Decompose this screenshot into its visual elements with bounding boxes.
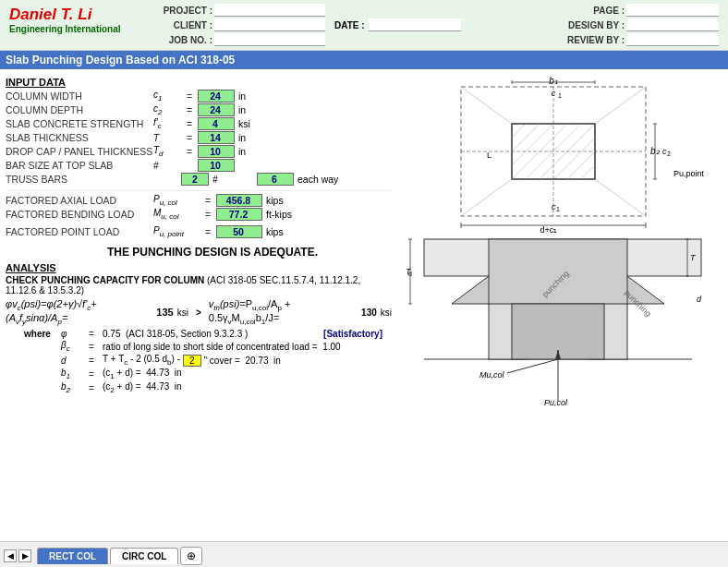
slab-thickness-sym: T	[153, 133, 181, 143]
factored-bending-label: FACTORED BENDING LOAD	[6, 209, 153, 220]
project-label: PROJECT :	[157, 6, 212, 16]
svg-line-16	[461, 87, 512, 124]
slab-thickness-label: SLAB THICKNESS	[6, 132, 153, 143]
dropcap-value[interactable]: 10	[198, 145, 235, 158]
tab-rect-col[interactable]: RECT COL	[37, 548, 108, 564]
date-value[interactable]	[369, 18, 461, 31]
factored-axial-value: 456.8	[216, 194, 262, 207]
truss-extra-val[interactable]: 2	[181, 173, 209, 186]
d-yellow-val[interactable]: 2	[183, 355, 201, 367]
reviewby-label: REVIEW BY :	[567, 35, 625, 45]
trussbars-row: TRUSS BARS 2 # 6 each way	[6, 173, 392, 186]
designby-value[interactable]	[626, 18, 719, 31]
dropcap-sym: Td	[153, 145, 181, 158]
jobno-value[interactable]	[214, 33, 325, 46]
b2-row: b2 = (c2 + d) = 44.73 in	[24, 381, 392, 394]
date-section: DATE :	[325, 0, 470, 50]
svg-text:1: 1	[558, 92, 562, 99]
dropcap-row: DROP CAP / PANEL THICKNESS Td = 10 in	[6, 145, 392, 158]
column-depth-row: COLUMN DEPTH c2 = 24 in	[6, 103, 392, 116]
svg-text:d: d	[408, 271, 412, 277]
project-row: PROJECT :	[157, 4, 325, 17]
structural-diagram: b₁ b₂ c 1 c 2	[406, 73, 720, 424]
svg-line-26	[553, 138, 595, 179]
factored-axial-row: FACTORED AXIAL LOAD Pu, col = 456.8 kips	[6, 194, 392, 207]
slab-concrete-row: SLAB CONCRETE STRENGTH f'c = 4 ksi	[6, 117, 392, 130]
beta-row: βc = ratio of long side to short side of…	[24, 340, 392, 353]
phi-vc-formula: φvc(psi)=φ(2+γ)√f'c+(Avfysinα)/Ap=	[6, 298, 152, 326]
logo-sub: Engineering International	[9, 24, 148, 34]
header: Daniel T. Li Engineering International P…	[0, 0, 728, 51]
factored-point-sym: Pu, point	[153, 225, 200, 238]
page-value[interactable]	[626, 4, 719, 17]
dropcap-label: DROP CAP / PANEL THICKNESS	[6, 146, 153, 157]
nav-arrows: ◀ ▶	[4, 549, 31, 562]
svg-line-58	[507, 359, 558, 373]
page-label: PAGE :	[569, 6, 625, 16]
col-width-value[interactable]: 24	[198, 90, 235, 103]
formula-row: φvc(psi)=φ(2+γ)√f'c+(Avfysinα)/Ap= 135 k…	[6, 298, 392, 326]
where-section: where φ = 0.75 (ACI 318-05, Section 9.3.…	[24, 329, 392, 394]
phi-val: 0.75 (ACI 318-05, Section 9.3.2.3 )	[103, 329, 248, 339]
d-cover: " cover = 20.73 in	[201, 356, 281, 366]
analysis-header: ANALYSIS	[6, 262, 392, 273]
left-panel: INPUT DATA COLUMN WIDTH c1 = 24 in COLUM…	[0, 69, 397, 541]
project-value[interactable]	[214, 4, 325, 17]
svg-line-28	[581, 165, 595, 179]
trussbars-label: TRUSS BARS	[6, 174, 153, 185]
tab-circ-col[interactable]: CIRC COL	[110, 548, 178, 564]
svg-text:c: c	[552, 89, 556, 98]
header-right-fields: PAGE : DESIGN BY : REVIEW BY :	[558, 0, 728, 50]
svg-line-17	[595, 87, 646, 124]
factored-point-value: 50	[216, 225, 262, 238]
slab-concrete-sym: f'c	[153, 117, 181, 130]
content-area: INPUT DATA COLUMN WIDTH c1 = 24 in COLUM…	[0, 69, 728, 541]
vth-result: 130	[361, 308, 377, 318]
slab-thickness-value[interactable]: 14	[198, 131, 235, 144]
phi-row: where φ = 0.75 (ACI 318-05, Section 9.3.…	[24, 329, 392, 339]
barsize-label: BAR SIZE AT TOP SLAB	[6, 160, 153, 171]
column-width-row: COLUMN WIDTH c1 = 24 in	[6, 90, 392, 103]
svg-text:d: d	[697, 295, 702, 304]
svg-line-18	[461, 179, 512, 216]
factored-point-row: FACTORED POINT LOAD Pu, point = 50 kips	[6, 225, 392, 238]
slab-concrete-value[interactable]: 4	[198, 117, 235, 130]
column-depth-label: COLUMN DEPTH	[6, 104, 153, 115]
designby-row: DESIGN BY :	[567, 18, 719, 31]
tab-add-button[interactable]: ⊕	[180, 547, 202, 565]
adequate-text: THE PUNCHING DESIGN IS ADEQUATE.	[33, 246, 392, 259]
vth-unit: ksi	[381, 308, 392, 318]
right-panel: b₁ b₂ c 1 c 2	[397, 69, 728, 541]
barsize-row: BAR SIZE AT TOP SLAB # 10	[6, 159, 392, 172]
factored-point-label: FACTORED POINT LOAD	[6, 226, 153, 237]
barsize-value: 10	[198, 159, 235, 172]
reviewby-value[interactable]	[626, 33, 719, 46]
nav-right[interactable]: ▶	[18, 549, 31, 562]
svg-text:1: 1	[556, 206, 560, 212]
nav-left[interactable]: ◀	[4, 549, 17, 562]
trussbars-value: 6	[257, 173, 294, 186]
vth-formula: vth(psi)=Pu,col/Ap + 0.5γvMu,colb1/J=	[209, 298, 358, 326]
phi-vc-unit: ksi	[177, 308, 188, 318]
factored-axial-label: FACTORED AXIAL LOAD	[6, 195, 153, 206]
svg-text:Mu,col: Mu,col	[479, 370, 505, 380]
logo: Daniel T. Li Engineering International	[0, 0, 157, 50]
factored-axial-sym: Pu, col	[153, 194, 200, 207]
col-depth-sym: c2	[153, 103, 181, 116]
col-width-sym: c1	[153, 90, 181, 103]
barsize-sym: #	[153, 161, 181, 171]
column-width-label: COLUMN WIDTH	[6, 90, 153, 102]
svg-text:Pu,point: Pu,point	[673, 169, 705, 178]
phi-vc-result: 135	[156, 307, 173, 318]
d-val: T + Tc - 2 (0.5 db) -	[103, 354, 183, 367]
col-depth-value[interactable]: 24	[198, 103, 235, 116]
satisfactory-label: [Satisfactory]	[323, 329, 392, 339]
svg-text:d+c₁: d+c₁	[540, 225, 558, 235]
check-header: CHECK PUNCHING CAPACITY FOR COLUMN (ACI …	[6, 275, 392, 296]
client-label: CLIENT :	[157, 20, 212, 30]
svg-text:L: L	[487, 151, 491, 160]
d-row: d = T + Tc - 2 (0.5 db) - 2 " cover = 20…	[24, 354, 392, 367]
svg-line-20	[512, 124, 526, 138]
client-value[interactable]	[214, 18, 325, 31]
factored-bending-sym: Mu, col	[153, 208, 200, 221]
